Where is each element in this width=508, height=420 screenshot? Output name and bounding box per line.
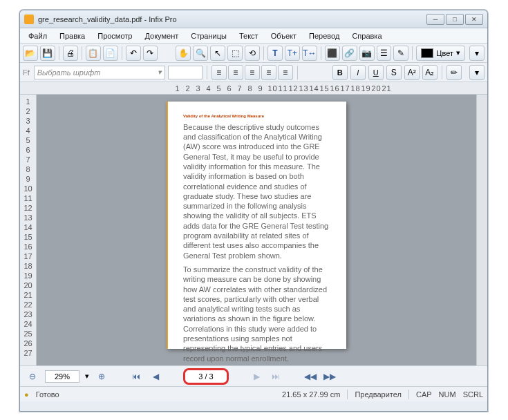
edit-tool-icon[interactable]: ✎ xyxy=(393,46,408,61)
align-full-icon[interactable]: ≡ xyxy=(278,65,293,80)
titlebar[interactable]: gre_research_validity_data.pdf - Infix P… xyxy=(20,10,487,28)
hand-tool-icon[interactable]: ✋ xyxy=(176,46,191,61)
next-page-icon[interactable]: ▶ xyxy=(250,370,263,383)
main-toolbar: 📂 💾 🖨 📋 📄 ↶ ↷ ✋ 🔍 ↖ ⬚ ⟲ T T+ T↔ ⬛ 🔗 📷 ☰ … xyxy=(20,44,487,63)
nav-toolbar: ⊖ 29% ▾ ⊕ ⏮ ◀ 3 / 3 ▶ ⏭ ◀◀ ▶▶ xyxy=(20,365,487,386)
status-scrl: SCRL xyxy=(463,390,483,399)
status-preview[interactable]: Предварител xyxy=(355,390,402,399)
align-right-icon[interactable]: ≡ xyxy=(245,65,260,80)
toolbar-overflow-icon[interactable]: ▾ xyxy=(469,46,485,61)
menubar: Файл Правка Просмотр Документ Страницы Т… xyxy=(20,28,487,44)
menu-help[interactable]: Справка xyxy=(346,30,387,42)
crop-icon[interactable]: ⬛ xyxy=(325,46,340,61)
font-label-icon: Ff xyxy=(23,68,30,77)
highlight-icon[interactable]: ✏ xyxy=(446,65,462,80)
ruler-vertical: 1234567891011121314151617181920212223242… xyxy=(20,95,37,365)
pointer-tool-icon[interactable]: ↖ xyxy=(210,46,225,61)
status-num: NUM xyxy=(439,390,456,399)
doc-paragraph: Because the descriptive study outcomes a… xyxy=(183,122,331,260)
form-icon[interactable]: ☰ xyxy=(377,46,392,61)
menu-pages[interactable]: Страницы xyxy=(185,30,232,42)
document-canvas[interactable]: Validity of the Analytical Writing Measu… xyxy=(37,95,476,365)
open-icon[interactable]: 📂 xyxy=(23,46,38,61)
history-back-icon[interactable]: ◀◀ xyxy=(303,370,317,383)
window-title: gre_research_validity_data.pdf - Infix P… xyxy=(38,15,426,23)
lasso-icon[interactable]: ⟲ xyxy=(245,46,260,61)
menu-file[interactable]: Файл xyxy=(23,30,53,42)
link-icon[interactable]: 🔗 xyxy=(342,46,357,61)
select-tool-icon[interactable]: ⬚ xyxy=(227,46,243,61)
format-toolbar: Ff Выбрать шрифт▾ ≡ ≡ ≡ ≡ ≡ B I U S A² A… xyxy=(20,63,487,82)
status-ready: Готово xyxy=(36,390,59,399)
menu-edit[interactable]: Правка xyxy=(54,30,91,42)
menu-object[interactable]: Объект xyxy=(265,30,302,42)
redo-icon[interactable]: ↷ xyxy=(143,46,158,61)
app-icon xyxy=(24,15,34,24)
close-button[interactable]: ✕ xyxy=(465,14,483,25)
zoom-in-icon[interactable]: ⊕ xyxy=(95,370,109,383)
maximize-button[interactable]: □ xyxy=(446,14,464,25)
statusbar: ● Готово 21.65 x 27.99 cm Предварител CA… xyxy=(20,386,487,401)
font-select[interactable]: Выбрать шрифт▾ xyxy=(34,66,165,79)
ruler-horizontal: 123456789101112131415161718192021 xyxy=(20,82,487,95)
menu-document[interactable]: Документ xyxy=(139,30,184,42)
superscript-icon[interactable]: A² xyxy=(404,65,420,80)
menu-translate[interactable]: Перевод xyxy=(303,30,345,42)
text-link-icon[interactable]: T↔ xyxy=(302,46,317,61)
align-justify-icon[interactable]: ≡ xyxy=(261,65,276,80)
undo-icon[interactable]: ↶ xyxy=(126,46,141,61)
zoom-out-icon[interactable]: ⊖ xyxy=(26,370,39,383)
status-dims: 21.65 x 27.99 cm xyxy=(282,390,340,399)
status-cap: CAP xyxy=(416,390,432,399)
pdf-page[interactable]: Validity of the Analytical Writing Measu… xyxy=(167,102,346,349)
italic-icon[interactable]: I xyxy=(350,65,366,80)
camera-icon[interactable]: 📷 xyxy=(359,46,375,61)
format-overflow-icon[interactable]: ▾ xyxy=(469,65,485,80)
menu-view[interactable]: Просмотр xyxy=(92,30,138,42)
zoom-value[interactable]: 29% xyxy=(45,370,79,383)
prev-page-icon[interactable]: ◀ xyxy=(149,370,162,383)
color-picker[interactable]: Цвет▾ xyxy=(416,46,465,61)
bold-icon[interactable]: B xyxy=(332,65,348,80)
color-swatch xyxy=(421,48,433,58)
align-center-icon[interactable]: ≡ xyxy=(228,65,243,80)
vertical-scrollbar[interactable] xyxy=(476,95,487,365)
last-page-icon[interactable]: ⏭ xyxy=(269,370,283,383)
subscript-icon[interactable]: A₂ xyxy=(422,65,438,80)
minimize-button[interactable]: ─ xyxy=(426,14,444,25)
history-forward-icon[interactable]: ▶▶ xyxy=(323,370,337,383)
app-window: gre_research_validity_data.pdf - Infix P… xyxy=(19,10,488,412)
zoom-dropdown-icon[interactable]: ▾ xyxy=(85,372,89,381)
doc-paragraph: To summarize the construct validity of t… xyxy=(183,265,331,363)
font-size-select[interactable] xyxy=(168,66,203,79)
strike-icon[interactable]: S xyxy=(386,65,402,80)
save-icon[interactable]: 💾 xyxy=(40,46,55,61)
zoom-tool-icon[interactable]: 🔍 xyxy=(193,46,208,61)
doc-heading-1: Validity of the Analytical Writing Measu… xyxy=(183,114,331,120)
page-indicator[interactable]: 3 / 3 xyxy=(183,368,229,385)
paste-icon[interactable]: 📄 xyxy=(103,46,118,61)
text-tool-icon[interactable]: T xyxy=(267,46,283,61)
text-plus-icon[interactable]: T+ xyxy=(285,46,300,61)
underline-icon[interactable]: U xyxy=(368,65,384,80)
copy-icon[interactable]: 📋 xyxy=(86,46,101,61)
first-page-icon[interactable]: ⏮ xyxy=(129,370,143,383)
menu-text[interactable]: Текст xyxy=(234,30,264,42)
align-left-icon[interactable]: ≡ xyxy=(211,65,227,80)
print-icon[interactable]: 🖨 xyxy=(63,46,78,61)
status-bullet-icon: ● xyxy=(24,390,29,399)
